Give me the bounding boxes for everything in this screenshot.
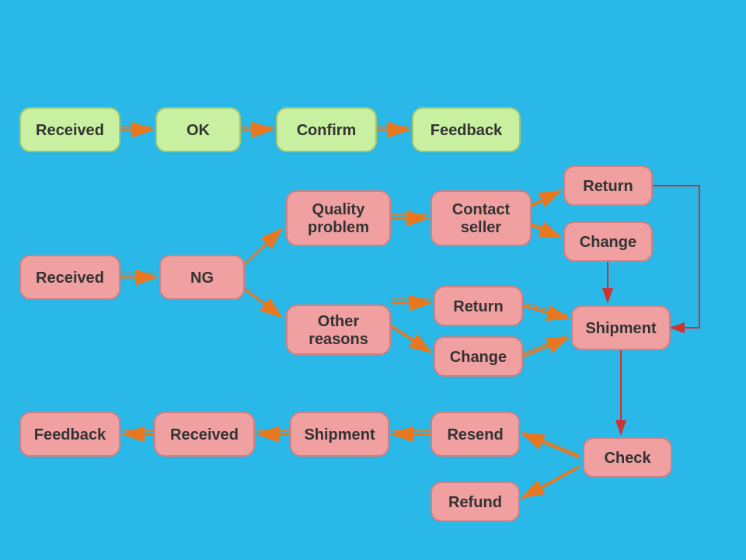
svg-line-14: [242, 287, 279, 315]
box-refund: Refund: [431, 482, 520, 522]
box-shipment1: Shipment: [571, 305, 671, 350]
svg-line-13: [245, 289, 281, 317]
svg-line-34: [521, 468, 578, 499]
svg-line-19: [532, 225, 560, 237]
svg-line-12: [242, 231, 279, 266]
svg-line-28: [523, 338, 568, 357]
box-return2: Return: [434, 286, 523, 326]
svg-line-32: [523, 432, 580, 455]
svg-line-25: [389, 324, 429, 350]
svg-line-33: [523, 466, 580, 497]
box-other: Other reasons: [286, 304, 391, 355]
box-quality: Quality problem: [286, 190, 391, 246]
box-return1: Return: [563, 165, 653, 206]
box-change1: Change: [563, 221, 653, 262]
box-received2: Received: [19, 255, 120, 300]
svg-line-27: [523, 303, 568, 315]
svg-line-31: [523, 434, 580, 457]
box-received3: Received: [154, 412, 255, 457]
svg-line-17: [532, 191, 560, 205]
svg-line-24: [391, 326, 431, 352]
svg-line-11: [245, 229, 281, 264]
box-contact: Contact seller: [431, 190, 532, 246]
box-ng: NG: [159, 255, 245, 300]
title: [0, 0, 746, 22]
box-change2: Change: [434, 336, 523, 377]
box-feedback1: Feedback: [412, 107, 521, 152]
svg-line-26: [523, 306, 568, 318]
svg-line-18: [530, 193, 559, 207]
box-check: Check: [583, 437, 672, 478]
box-received1: Received: [19, 107, 120, 152]
box-feedback2: Feedback: [19, 412, 120, 457]
svg-line-29: [523, 335, 568, 353]
box-shipment2: Shipment: [290, 412, 389, 457]
box-ok: OK: [155, 107, 241, 152]
svg-line-20: [530, 223, 559, 235]
box-resend: Resend: [431, 412, 520, 457]
box-confirm: Confirm: [276, 107, 377, 152]
